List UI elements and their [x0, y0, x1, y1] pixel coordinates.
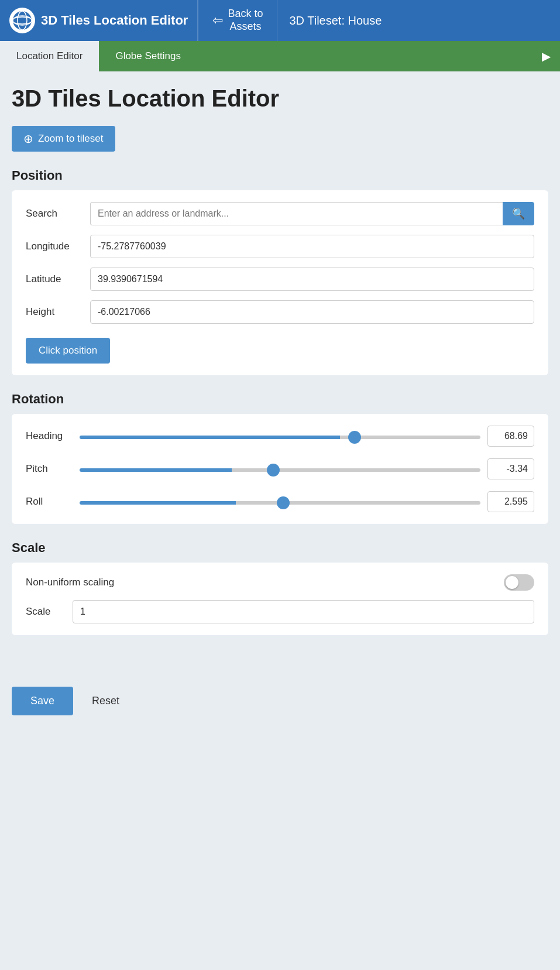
- roll-row: Roll: [26, 491, 534, 512]
- logo-section: 3D Tiles Location Editor: [0, 0, 198, 41]
- nonuniform-label: Non-uniform scaling: [26, 577, 504, 588]
- roll-slider-wrap: [80, 496, 480, 507]
- tabs-bar: Location Editor Globe Settings ▶: [0, 41, 560, 71]
- height-label: Height: [26, 306, 90, 318]
- bottom-bar: Save Reset: [0, 675, 560, 727]
- zoom-to-tileset-button[interactable]: ⊕ Zoom to tileset: [12, 126, 115, 152]
- app-logo: [9, 8, 35, 33]
- tabs-collapse-button[interactable]: ▶: [532, 41, 560, 71]
- heading-value-input[interactable]: [487, 426, 534, 447]
- zoom-icon: ⊕: [23, 132, 33, 146]
- scale-card: Non-uniform scaling Scale: [12, 563, 548, 635]
- height-input[interactable]: [90, 300, 534, 324]
- click-position-button[interactable]: Click position: [26, 338, 110, 364]
- pitch-value-input[interactable]: [487, 458, 534, 479]
- reset-button[interactable]: Reset: [80, 687, 131, 715]
- heading-slider[interactable]: [80, 436, 480, 439]
- scale-section-title: Scale: [12, 540, 548, 556]
- heading-row: Heading: [26, 426, 534, 447]
- position-card: Search 🔍 Longitude Latitude Height Clic: [12, 190, 548, 375]
- back-arrow-icon: ⇦: [212, 13, 223, 28]
- search-button[interactable]: 🔍: [503, 202, 534, 225]
- search-label: Search: [26, 208, 90, 220]
- search-icon: 🔍: [512, 207, 525, 220]
- pitch-row: Pitch: [26, 458, 534, 479]
- heading-slider-wrap: [80, 431, 480, 441]
- roll-slider[interactable]: [80, 501, 480, 505]
- tileset-label: 3D Tileset: House: [277, 0, 393, 41]
- pitch-slider-wrap: [80, 464, 480, 474]
- top-bar: 3D Tiles Location Editor ⇦ Back toAssets…: [0, 0, 560, 41]
- back-to-assets-button[interactable]: ⇦ Back toAssets: [198, 0, 277, 41]
- latitude-label: Latitude: [26, 273, 90, 285]
- nonuniform-row: Non-uniform scaling: [26, 574, 534, 591]
- rotation-card: Heading Pitch Roll: [12, 414, 548, 524]
- nonuniform-toggle[interactable]: [504, 574, 534, 591]
- heading-label: Heading: [26, 430, 73, 442]
- scale-label-text: Scale: [26, 606, 73, 618]
- pitch-slider[interactable]: [80, 468, 480, 472]
- roll-label: Roll: [26, 496, 73, 508]
- latitude-input[interactable]: [90, 268, 534, 291]
- tab-globe-settings[interactable]: Globe Settings: [99, 41, 197, 71]
- search-input-wrap: 🔍: [90, 202, 534, 225]
- rotation-section-title: Rotation: [12, 392, 548, 407]
- latitude-row: Latitude: [26, 268, 534, 291]
- scale-input[interactable]: [73, 600, 534, 623]
- search-input[interactable]: [90, 202, 503, 225]
- longitude-label: Longitude: [26, 241, 90, 252]
- main-content: 3D Tiles Location Editor ⊕ Zoom to tiles…: [0, 71, 560, 675]
- toggle-slider: [504, 574, 534, 591]
- svg-point-0: [13, 11, 32, 30]
- position-section-title: Position: [12, 168, 548, 183]
- scale-input-row: Scale: [26, 600, 534, 623]
- longitude-row: Longitude: [26, 235, 534, 258]
- search-row: Search 🔍: [26, 202, 534, 225]
- roll-value-input[interactable]: [487, 491, 534, 512]
- height-row: Height: [26, 300, 534, 324]
- pitch-label: Pitch: [26, 463, 73, 475]
- app-title: 3D Tiles Location Editor: [41, 13, 188, 28]
- save-button[interactable]: Save: [12, 687, 73, 715]
- tab-location-editor[interactable]: Location Editor: [0, 41, 99, 71]
- longitude-input[interactable]: [90, 235, 534, 258]
- back-label: Back toAssets: [228, 8, 263, 33]
- page-title: 3D Tiles Location Editor: [12, 85, 548, 112]
